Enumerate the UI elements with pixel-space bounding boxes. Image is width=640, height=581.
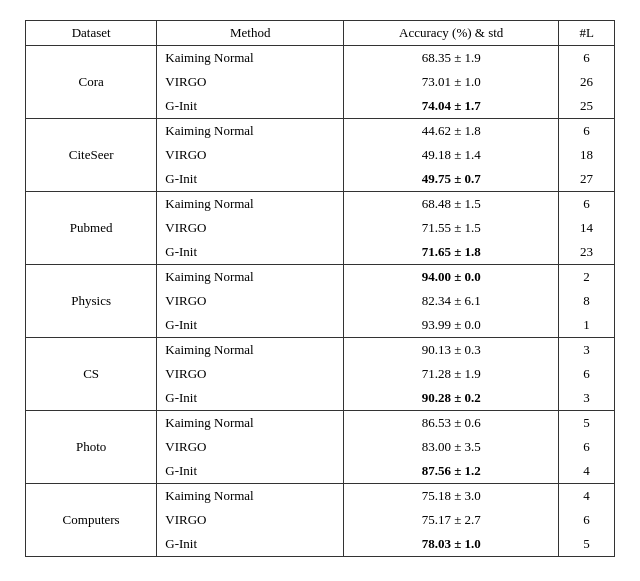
method-cell: Kaiming Normal <box>157 411 344 436</box>
table-row: PhysicsKaiming Normal94.00 ± 0.02 <box>26 265 615 290</box>
layers-cell: 6 <box>559 508 615 532</box>
col-header-layers: #L <box>559 21 615 46</box>
layers-cell: 6 <box>559 46 615 71</box>
table-row: ComputersKaiming Normal75.18 ± 3.04 <box>26 484 615 509</box>
table-row: PhotoKaiming Normal86.53 ± 0.65 <box>26 411 615 436</box>
dataset-cell: CS <box>26 338 157 411</box>
layers-cell: 4 <box>559 459 615 484</box>
table-row: PubmedKaiming Normal68.48 ± 1.56 <box>26 192 615 217</box>
layers-cell: 3 <box>559 386 615 411</box>
accuracy-cell: 49.75 ± 0.7 <box>344 167 559 192</box>
accuracy-cell: 68.48 ± 1.5 <box>344 192 559 217</box>
accuracy-cell: 83.00 ± 3.5 <box>344 435 559 459</box>
results-table-container: Dataset Method Accuracy (%) & std #L Cor… <box>25 20 615 557</box>
method-cell: VIRGO <box>157 143 344 167</box>
col-header-dataset: Dataset <box>26 21 157 46</box>
dataset-cell: Photo <box>26 411 157 484</box>
method-cell: G-Init <box>157 386 344 411</box>
layers-cell: 6 <box>559 435 615 459</box>
layers-cell: 8 <box>559 289 615 313</box>
accuracy-cell: 82.34 ± 6.1 <box>344 289 559 313</box>
method-cell: VIRGO <box>157 362 344 386</box>
dataset-cell: CiteSeer <box>26 119 157 192</box>
accuracy-cell: 75.18 ± 3.0 <box>344 484 559 509</box>
method-cell: G-Init <box>157 313 344 338</box>
method-cell: VIRGO <box>157 216 344 240</box>
accuracy-cell: 94.00 ± 0.0 <box>344 265 559 290</box>
layers-cell: 18 <box>559 143 615 167</box>
accuracy-cell: 78.03 ± 1.0 <box>344 532 559 557</box>
dataset-cell: Cora <box>26 46 157 119</box>
dataset-cell: Pubmed <box>26 192 157 265</box>
layers-cell: 6 <box>559 119 615 144</box>
dataset-cell: Computers <box>26 484 157 557</box>
dataset-cell: Physics <box>26 265 157 338</box>
method-cell: Kaiming Normal <box>157 119 344 144</box>
method-cell: VIRGO <box>157 435 344 459</box>
accuracy-cell: 68.35 ± 1.9 <box>344 46 559 71</box>
method-cell: Kaiming Normal <box>157 265 344 290</box>
table-row: CiteSeerKaiming Normal44.62 ± 1.86 <box>26 119 615 144</box>
method-cell: Kaiming Normal <box>157 338 344 363</box>
results-table: Dataset Method Accuracy (%) & std #L Cor… <box>25 20 615 557</box>
layers-cell: 6 <box>559 192 615 217</box>
col-header-accuracy: Accuracy (%) & std <box>344 21 559 46</box>
accuracy-cell: 74.04 ± 1.7 <box>344 94 559 119</box>
table-row: CSKaiming Normal90.13 ± 0.33 <box>26 338 615 363</box>
accuracy-cell: 71.28 ± 1.9 <box>344 362 559 386</box>
layers-cell: 25 <box>559 94 615 119</box>
accuracy-cell: 71.55 ± 1.5 <box>344 216 559 240</box>
layers-cell: 3 <box>559 338 615 363</box>
accuracy-cell: 73.01 ± 1.0 <box>344 70 559 94</box>
method-cell: G-Init <box>157 532 344 557</box>
accuracy-cell: 71.65 ± 1.8 <box>344 240 559 265</box>
accuracy-cell: 75.17 ± 2.7 <box>344 508 559 532</box>
layers-cell: 4 <box>559 484 615 509</box>
method-cell: VIRGO <box>157 508 344 532</box>
method-cell: Kaiming Normal <box>157 484 344 509</box>
layers-cell: 5 <box>559 532 615 557</box>
table-row: CoraKaiming Normal68.35 ± 1.96 <box>26 46 615 71</box>
accuracy-cell: 86.53 ± 0.6 <box>344 411 559 436</box>
method-cell: G-Init <box>157 167 344 192</box>
accuracy-cell: 90.13 ± 0.3 <box>344 338 559 363</box>
layers-cell: 1 <box>559 313 615 338</box>
method-cell: G-Init <box>157 94 344 119</box>
method-cell: G-Init <box>157 459 344 484</box>
table-header-row: Dataset Method Accuracy (%) & std #L <box>26 21 615 46</box>
method-cell: Kaiming Normal <box>157 46 344 71</box>
layers-cell: 6 <box>559 362 615 386</box>
accuracy-cell: 49.18 ± 1.4 <box>344 143 559 167</box>
accuracy-cell: 44.62 ± 1.8 <box>344 119 559 144</box>
method-cell: Kaiming Normal <box>157 192 344 217</box>
col-header-method: Method <box>157 21 344 46</box>
layers-cell: 5 <box>559 411 615 436</box>
method-cell: VIRGO <box>157 70 344 94</box>
method-cell: G-Init <box>157 240 344 265</box>
accuracy-cell: 93.99 ± 0.0 <box>344 313 559 338</box>
layers-cell: 26 <box>559 70 615 94</box>
method-cell: VIRGO <box>157 289 344 313</box>
layers-cell: 27 <box>559 167 615 192</box>
layers-cell: 14 <box>559 216 615 240</box>
accuracy-cell: 90.28 ± 0.2 <box>344 386 559 411</box>
layers-cell: 2 <box>559 265 615 290</box>
layers-cell: 23 <box>559 240 615 265</box>
accuracy-cell: 87.56 ± 1.2 <box>344 459 559 484</box>
